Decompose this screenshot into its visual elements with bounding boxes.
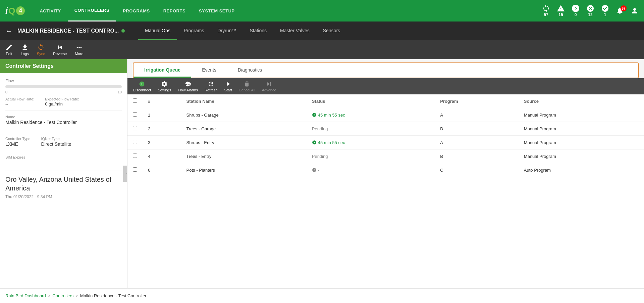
col-program: Program <box>435 94 519 108</box>
refresh-button[interactable]: Refresh <box>205 81 218 92</box>
controller-tabs: Manual Ops Programs Dryrun™ Stations Mas… <box>138 21 347 40</box>
online-status-dot <box>121 29 125 33</box>
app-logo[interactable]: iQ4 <box>5 6 25 16</box>
row-program: A <box>435 136 519 149</box>
nav-system-setup[interactable]: SYSTEM SETUP <box>192 0 241 21</box>
row-num: 2 <box>143 122 181 136</box>
breadcrumb-controllers[interactable]: Controllers <box>52 293 73 298</box>
back-button[interactable]: ← <box>5 27 12 35</box>
flow-bar-container <box>5 85 122 88</box>
nav-links: ACTIVITY CONTROLLERS PROGRAMS REPORTS SY… <box>33 0 542 21</box>
alert-nav-icon[interactable]: 15 <box>557 4 565 17</box>
iqnet-type: IQNet Type Direct Satellite <box>41 133 71 147</box>
cancel-all-button[interactable]: Cancel All <box>239 81 255 92</box>
name-value: Malkin Residence - Test Controller <box>5 120 122 125</box>
row-checkbox[interactable] <box>133 112 137 117</box>
sim-expires: SIM Expires – <box>5 155 122 165</box>
tab-diagnostics[interactable]: Diagnostics <box>227 63 273 78</box>
breadcrumb-sep-2: > <box>75 293 78 298</box>
action-bar: Disconnect Settings Flow Alarms Refresh … <box>127 78 644 94</box>
reverse-button[interactable]: Reverse <box>53 44 67 56</box>
sidebar-collapse-handle[interactable] <box>123 166 127 182</box>
disconnect-button[interactable]: Disconnect <box>133 81 151 92</box>
start-button[interactable]: Start <box>224 81 232 92</box>
col-station-name: Station Name <box>181 94 307 108</box>
row-station-name: Trees - Garage <box>181 122 307 136</box>
nav-controllers[interactable]: CONTROLLERS <box>68 0 116 21</box>
expected-flow: Expected Flow Rate: 0 gal/min <box>45 96 79 106</box>
controller-type: Controller Type LXME <box>5 133 30 147</box>
user-icon[interactable] <box>631 7 639 15</box>
row-num: 3 <box>143 136 181 149</box>
row-num: 1 <box>143 108 181 122</box>
breadcrumb-dashboard[interactable]: Rain Bird Dashboard <box>5 293 46 298</box>
sidebar-header: Controller Settings <box>0 59 127 73</box>
inner-tabs-border: Irrigation Queue Events Diagnostics <box>133 62 639 78</box>
tab-manual-ops[interactable]: Manual Ops <box>138 21 177 40</box>
row-program: B <box>435 122 519 136</box>
notifications-icon[interactable]: 57 <box>616 7 624 15</box>
breadcrumb: Rain Bird Dashboard > Controllers > Malk… <box>0 288 644 303</box>
more-button[interactable]: More <box>75 44 83 56</box>
row-checkbox[interactable] <box>133 167 137 172</box>
nav-reports[interactable]: REPORTS <box>157 0 192 21</box>
sync-nav-icon[interactable]: 57 <box>542 4 550 17</box>
col-status: Status <box>307 94 435 108</box>
irrigation-table: # Station Name Status Program Source 1Sh… <box>127 94 644 288</box>
actual-flow: Actual Flow Rate: -- <box>5 96 34 106</box>
name-label: Name <box>5 115 122 119</box>
inner-tabs: Irrigation Queue Events Diagnostics <box>133 63 638 78</box>
row-station-name: Trees - Entry <box>181 149 307 163</box>
row-source: Manual Program <box>519 122 644 136</box>
select-all-header[interactable] <box>127 94 143 108</box>
error-nav-icon[interactable]: 12 <box>586 4 594 17</box>
tab-stations[interactable]: Stations <box>243 21 273 40</box>
table-row: 2Trees - GaragePendingBManual Program <box>127 122 644 136</box>
sync-button[interactable]: Sync <box>37 44 45 56</box>
row-status: Pending <box>307 122 435 136</box>
row-source: Manual Program <box>519 136 644 149</box>
row-num: 4 <box>143 149 181 163</box>
logs-button[interactable]: Logs <box>21 44 29 56</box>
row-station-name: Shrubs - Garage <box>181 108 307 122</box>
location-name: Oro Valley, Arizona United States of Ame… <box>5 175 122 192</box>
row-program: C <box>435 163 519 177</box>
location-date: Thu 01/20/2022 - 9:34 PM <box>5 194 122 199</box>
tab-irrigation-queue[interactable]: Irrigation Queue <box>133 63 191 78</box>
col-source: Source <box>519 94 644 108</box>
tab-master-valves[interactable]: Master Valves <box>273 21 316 40</box>
select-all-checkbox[interactable] <box>133 98 137 103</box>
table-row: 4Trees - EntryPendingBManual Program <box>127 149 644 163</box>
row-num: 6 <box>143 163 181 177</box>
row-checkbox[interactable] <box>133 126 137 130</box>
block-nav-icon[interactable]: 0 <box>572 4 580 17</box>
tab-dryrun[interactable]: Dryrun™ <box>211 21 243 40</box>
nav-activity[interactable]: ACTIVITY <box>33 0 67 21</box>
toolbar: Edit Logs Sync Reverse More <box>0 40 644 59</box>
row-status: - <box>307 163 435 177</box>
table-row: 6Pots - Planters -CAuto Program <box>127 163 644 177</box>
row-checkbox[interactable] <box>133 140 137 144</box>
breadcrumb-current: Malkin Residence - Test Controller <box>80 293 147 298</box>
edit-button[interactable]: Edit <box>5 44 13 56</box>
col-num: # <box>143 94 181 108</box>
row-checkbox[interactable] <box>133 154 137 158</box>
flow-row: Actual Flow Rate: -- Expected Flow Rate:… <box>5 96 122 106</box>
settings-button[interactable]: Settings <box>158 81 171 92</box>
flow-alarms-button[interactable]: Flow Alarms <box>178 81 198 92</box>
sidebar-content: Flow 0 10 Actual Flow Rate: -- Expected … <box>0 73 127 205</box>
row-status: Pending <box>307 149 435 163</box>
tab-events[interactable]: Events <box>191 63 227 78</box>
check-nav-icon[interactable]: 1 <box>601 4 609 17</box>
advance-button[interactable]: Advance <box>262 81 276 92</box>
controller-type-row: Controller Type LXME IQNet Type Direct S… <box>5 133 122 147</box>
sidebar: Controller Settings Flow 0 10 Actual Flo… <box>0 59 127 288</box>
nav-programs[interactable]: PROGRAMS <box>116 0 157 21</box>
row-status: 45 min 55 sec <box>307 108 435 122</box>
row-station-name: Pots - Planters <box>181 163 307 177</box>
tab-sensors[interactable]: Sensors <box>316 21 347 40</box>
main-content: Controller Settings Flow 0 10 Actual Flo… <box>0 59 644 288</box>
nav-icons: 57 15 0 12 1 57 <box>542 4 639 17</box>
tab-programs[interactable]: Programs <box>177 21 211 40</box>
table-row: 1Shrubs - Garage45 min 55 secAManual Pro… <box>127 108 644 122</box>
